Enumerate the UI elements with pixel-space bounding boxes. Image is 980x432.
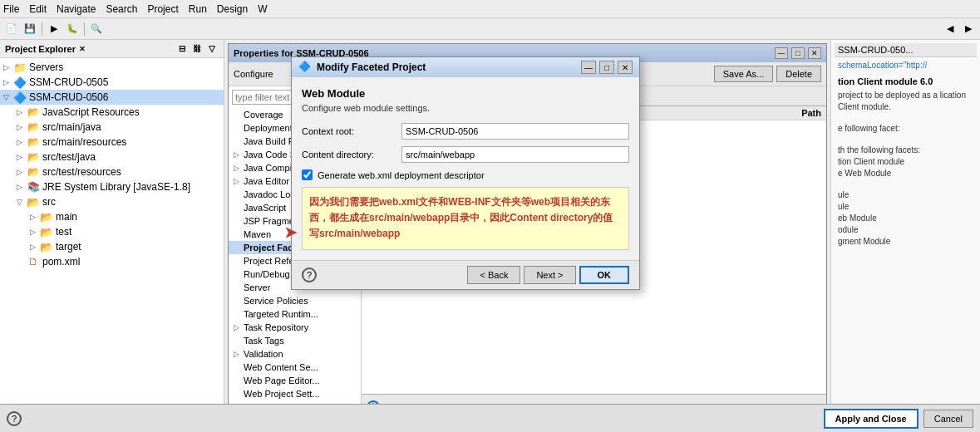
apply-close-button[interactable]: Apply and Close xyxy=(824,409,918,429)
folder-icon: 📂 xyxy=(40,210,53,223)
toolbar-separator-2 xyxy=(84,22,85,36)
right-section-title: tion Client module 6.0 xyxy=(838,76,973,86)
toolbar-save[interactable]: 💾 xyxy=(22,21,38,37)
modal-section-title: Web Module xyxy=(302,87,629,100)
tree-item-src[interactable]: ▽ 📂 src xyxy=(0,194,224,209)
modal-window: 🔷 Modify Faceted Project — □ ✕ Web Modul… xyxy=(291,56,640,290)
tree-arrow: ▷ xyxy=(17,183,27,191)
tree-arrow: ▷ xyxy=(17,108,27,116)
cancel-button[interactable]: Cancel xyxy=(923,410,973,428)
toolbar-forward[interactable]: ▶ xyxy=(960,21,977,37)
modal-title: Modify Faceted Project xyxy=(317,61,581,73)
menu-file[interactable]: File xyxy=(3,3,19,15)
project-explorer-title: Project Explorer xyxy=(5,44,76,54)
toolbar-debug[interactable]: 🐛 xyxy=(64,21,81,37)
right-desc3: th the following facets: xyxy=(838,145,973,156)
collapse-all-icon[interactable]: ⊟ xyxy=(175,42,189,56)
modal-window-controls: — □ ✕ xyxy=(581,61,633,74)
tree-item-label: SSM-CRUD-0506 xyxy=(29,91,108,103)
toolbar-search[interactable]: 🔍 xyxy=(88,21,105,37)
tree-arrow: ▷ xyxy=(30,228,40,236)
right-panel-tab: SSM-CRUD-050... xyxy=(835,43,977,57)
tree-item-jre[interactable]: ▷ 📚 JRE System Library [JavaSE-1.8] xyxy=(0,179,224,194)
folder-icon: 📂 xyxy=(40,225,53,238)
next-button[interactable]: Next > xyxy=(524,266,575,284)
toolbar-run[interactable]: ▶ xyxy=(46,21,62,37)
tree-item-servers[interactable]: ▷ 📁 Servers xyxy=(0,60,224,75)
context-root-input[interactable] xyxy=(401,123,629,140)
right-facet-6: odule xyxy=(838,224,973,236)
modal-minimize-btn[interactable]: — xyxy=(581,61,596,74)
modal-body: Web Module Configure web module settings… xyxy=(292,77,639,260)
modal-close-btn[interactable]: ✕ xyxy=(618,61,633,74)
menu-run[interactable]: Run xyxy=(189,3,207,15)
callout-annotation: ➤ 因为我们需要把web.xml文件和WEB-INF文件夹等web项目相关的东西… xyxy=(302,187,629,250)
content-dir-label: Content directory: xyxy=(302,150,401,160)
menu-navigate[interactable]: Navigate xyxy=(57,3,96,15)
project-explorer-header: Project Explorer ✕ ⊟ ⛓ ▽ xyxy=(0,40,224,58)
tree-item-label: pom.xml xyxy=(42,256,80,268)
main-layout: Project Explorer ✕ ⊟ ⛓ ▽ ▷ 📁 Servers ▷ 🔷… xyxy=(0,40,980,432)
tree-item-srcmainjava[interactable]: ▷ 📂 src/main/java xyxy=(0,120,224,135)
tree-item-label: target xyxy=(56,241,81,253)
right-facet-4: ule xyxy=(838,201,973,213)
project-icon: 🔷 xyxy=(13,76,27,89)
generate-xml-checkbox[interactable] xyxy=(302,169,313,180)
content-dir-input[interactable] xyxy=(401,146,629,163)
tree-item-main[interactable]: ▷ 📂 main xyxy=(0,209,224,224)
tree-item-srctestjava[interactable]: ▷ 📂 src/test/java xyxy=(0,150,224,164)
modal-overlay: 🔷 Modify Faceted Project — □ ✕ Web Modul… xyxy=(224,40,830,432)
toolbar: 📄 💾 ▶ 🐛 🔍 ◀ ▶ xyxy=(0,18,980,40)
tree-item-label: Servers xyxy=(29,61,63,73)
folder-icon: 📂 xyxy=(27,120,40,134)
generate-xml-row: Generate web.xml deployment descriptor xyxy=(302,169,629,180)
callout-text: 因为我们需要把web.xml文件和WEB-INF文件夹等web项目相关的东西，都… xyxy=(309,196,613,239)
panel-header-icons: ⊟ ⛓ ▽ xyxy=(175,42,219,56)
tree-item-label: main xyxy=(56,211,77,223)
tree-item-pomxml[interactable]: 🗋 pom.xml xyxy=(0,254,224,269)
folder-icon: 📂 xyxy=(40,240,53,253)
tree-arrow: ▷ xyxy=(17,168,27,176)
footer-help-btn[interactable]: ? xyxy=(7,411,22,426)
tree-arrow: ▷ xyxy=(17,138,27,146)
ok-button[interactable]: OK xyxy=(579,266,630,284)
modal-icon: 🔷 xyxy=(298,61,312,74)
tree-arrow: ▽ xyxy=(3,93,13,101)
tree-item-jsresources[interactable]: ▷ 📂 JavaScript Resources xyxy=(0,105,224,120)
tree-item-label: SSM-CRUD-0505 xyxy=(29,76,108,88)
folder-icon: 📂 xyxy=(27,165,40,179)
tree-item-srctestres[interactable]: ▷ 📂 src/test/resources xyxy=(0,164,224,179)
menu-w[interactable]: W xyxy=(258,3,267,15)
modal-section-desc: Configure web module settings. xyxy=(302,103,629,113)
tree-arrow: ▷ xyxy=(30,213,40,221)
tree-item-target[interactable]: ▷ 📂 target xyxy=(0,239,224,254)
tree-item-test[interactable]: ▷ 📂 test xyxy=(0,224,224,239)
link-editor-icon[interactable]: ⛓ xyxy=(190,42,204,56)
tree-item-crud0506[interactable]: ▽ 🔷 SSM-CRUD-0506 xyxy=(0,90,224,105)
menu-bar: File Edit Navigate Search Project Run De… xyxy=(0,0,980,18)
menu-edit[interactable]: Edit xyxy=(29,3,47,15)
modal-maximize-btn[interactable]: □ xyxy=(599,61,614,74)
tree-item-label: src xyxy=(42,196,56,208)
context-root-label: Context root: xyxy=(302,126,401,136)
view-menu-icon[interactable]: ▽ xyxy=(205,42,219,56)
toolbar-back[interactable]: ◀ xyxy=(942,21,958,37)
menu-search[interactable]: Search xyxy=(106,3,137,15)
tree-item-srcmainres[interactable]: ▷ 📂 src/main/resources xyxy=(0,135,224,150)
tree-item-label: JRE System Library [JavaSE-1.8] xyxy=(42,181,190,193)
folder-icon: 📂 xyxy=(27,135,40,149)
tree-arrow: ▷ xyxy=(30,243,40,251)
menu-design[interactable]: Design xyxy=(217,3,248,15)
toolbar-new[interactable]: 📄 xyxy=(3,21,20,37)
back-button[interactable]: < Back xyxy=(467,266,520,284)
menu-project[interactable]: Project xyxy=(147,3,178,15)
tree-item-crud0505[interactable]: ▷ 🔷 SSM-CRUD-0505 xyxy=(0,75,224,90)
folder-icon: 📂 xyxy=(27,150,40,164)
content-dir-row: Content directory: xyxy=(302,146,629,163)
right-panel-xml-preview: schemaLocation="http:// xyxy=(835,57,977,73)
right-facet-1: tion Client module xyxy=(838,156,973,168)
context-root-row: Context root: xyxy=(302,123,629,140)
tree-arrow: ▷ xyxy=(17,123,27,131)
modal-help-btn[interactable]: ? xyxy=(302,268,317,282)
project-tree: ▷ 📁 Servers ▷ 🔷 SSM-CRUD-0505 ▽ 🔷 SSM-CR… xyxy=(0,58,224,432)
